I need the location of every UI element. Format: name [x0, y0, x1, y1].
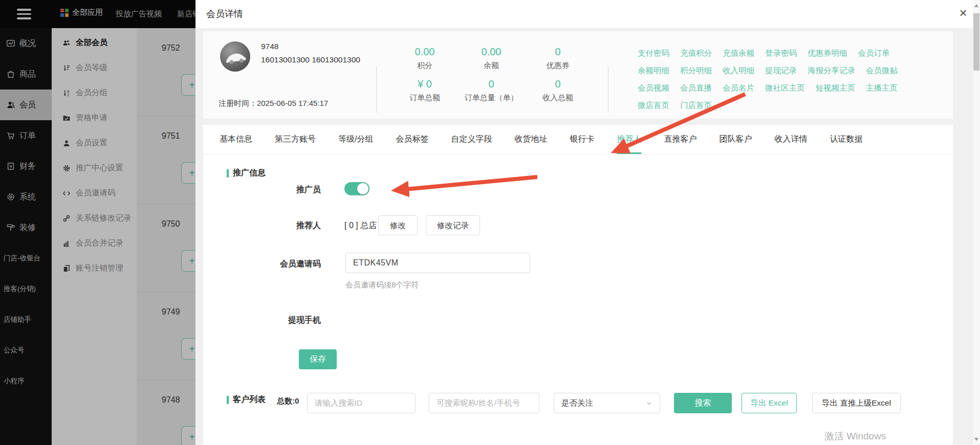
tab-7[interactable]: 推荐人 — [617, 134, 641, 154]
tab-0[interactable]: 基本信息 — [220, 134, 252, 154]
tab-11[interactable]: 认证数据 — [830, 134, 862, 154]
quick-link-0-2[interactable]: 充值余额 — [723, 48, 754, 59]
quick-link-2-0[interactable]: 会员视频 — [638, 83, 669, 94]
modal-overlay[interactable] — [0, 0, 195, 445]
stat-label: 订单总量（单） — [458, 92, 525, 103]
quick-link-1-5[interactable]: 会员微贴 — [866, 65, 898, 76]
scrollbar — [973, 0, 980, 445]
section-accent-bar — [227, 396, 229, 404]
referrer-label: 推荐人 — [203, 220, 321, 231]
quick-link-3-0[interactable]: 微店首页 — [638, 100, 669, 111]
quick-link-3-1[interactable]: 门店首页 — [680, 100, 712, 111]
clients-section-title: 客户列表 — [227, 394, 266, 405]
stat-value: 0 — [525, 46, 591, 58]
stat-value: 0 — [458, 78, 525, 90]
quick-links-row-2: 会员视频会员直播会员名片微社区主页短视频主页主播主页 — [638, 79, 898, 97]
quick-link-1-3[interactable]: 提现记录 — [765, 65, 797, 76]
stat-label: 优惠券 — [525, 60, 591, 71]
member-summary-card: 9748 16013001300 16013001300 注册时间：2025-0… — [203, 31, 953, 119]
quick-link-0-4[interactable]: 优惠券明细 — [808, 48, 847, 59]
modify-log-button[interactable]: 修改记录 — [426, 215, 480, 235]
follow-filter-select[interactable]: 是否关注 — [554, 393, 660, 413]
promoter-toggle[interactable] — [344, 182, 369, 195]
stat-col-1: 0.00余额0订单总量（单） — [458, 46, 525, 110]
search-id-input[interactable] — [307, 393, 416, 413]
stat-label: 余额 — [458, 60, 525, 71]
avatar — [220, 41, 250, 72]
tab-9[interactable]: 团队客户 — [719, 134, 752, 154]
stat-value: 0 — [525, 78, 591, 90]
register-time-label: 注册时间： — [219, 99, 257, 107]
divider — [376, 66, 377, 113]
quick-link-2-4[interactable]: 短视频主页 — [816, 83, 856, 94]
windows-activation-watermark: 激活 Windows — [824, 430, 886, 443]
clients-total: 总数:0 — [277, 396, 299, 406]
stat-label: 积分 — [391, 60, 458, 71]
scrollbar-down-arrow-icon[interactable] — [974, 438, 978, 441]
scrollbar-thumb[interactable] — [973, 13, 979, 71]
member-phone: 16013001300 16013001300 — [261, 55, 360, 64]
quick-link-1-1[interactable]: 积分明细 — [680, 65, 712, 76]
modify-button[interactable]: 修改 — [378, 215, 418, 235]
quick-link-0-0[interactable]: 支付密码 — [638, 48, 669, 59]
stat-col-0: 0.00积分¥ 0订单总额 — [391, 46, 458, 110]
quick-link-0-5[interactable]: 会员订单 — [858, 48, 890, 59]
close-icon[interactable]: × — [954, 4, 972, 21]
member-detail-card: 基本信息第三方账号等级/分组会员标签自定义字段收货地址银行卡推荐人直推客户团队客… — [203, 125, 953, 445]
drawer-title: 会员详情 — [206, 8, 243, 20]
quick-links-row-0: 支付密码充值积分充值余额登录密码优惠券明细会员订单 — [638, 44, 898, 62]
quick-link-2-2[interactable]: 会员名片 — [723, 83, 754, 94]
referrer-value: [ 0 ] 总店 — [344, 220, 377, 231]
stat-value: 0.00 — [458, 46, 525, 58]
page: 全部应用 投放广告视频新店铺 概况商品会员订单¥财务系统装修门店-收银台推客(分… — [0, 0, 980, 445]
tab-1[interactable]: 第三方账号 — [275, 134, 316, 154]
tab-10[interactable]: 收入详情 — [774, 134, 807, 154]
tab-8[interactable]: 直推客户 — [664, 134, 696, 154]
stat-value: 0.00 — [391, 46, 458, 58]
follow-filter-value: 是否关注 — [561, 398, 593, 409]
detail-tabs: 基本信息第三方账号等级/分组会员标签自定义字段收货地址银行卡推荐人直推客户团队客… — [203, 134, 953, 154]
quick-link-1-0[interactable]: 余额明细 — [638, 65, 669, 76]
quick-links-row-1: 余额明细积分明细收入明细提现记录海报分享记录会员微贴 — [638, 62, 898, 79]
quick-links-row-3: 微店首页门店首页 — [638, 97, 898, 114]
quick-links: 支付密码充值积分充值余额登录密码优惠券明细会员订单余额明细积分明细收入明细提现记… — [638, 44, 898, 114]
register-time-value: 2025-06-05 17:45:17 — [257, 99, 328, 107]
withdraw-phone-label: 提现手机 — [203, 315, 321, 326]
promoter-label: 推广员 — [203, 185, 321, 195]
quick-link-2-1[interactable]: 会员直播 — [680, 83, 712, 94]
chevron-down-icon — [646, 400, 652, 407]
tab-4[interactable]: 自定义字段 — [451, 134, 492, 154]
quick-link-0-3[interactable]: 登录密码 — [765, 48, 797, 59]
quick-link-1-4[interactable]: 海报分享记录 — [808, 65, 855, 76]
clients-section-label: 客户列表 — [233, 394, 266, 405]
save-button[interactable]: 保存 — [299, 349, 337, 369]
tab-3[interactable]: 会员标签 — [396, 134, 428, 154]
export-excel-button[interactable]: 导出 Excel — [742, 393, 797, 413]
scrollbar-up-arrow-icon[interactable] — [974, 4, 978, 7]
invite-code-hint: 会员邀请码须8个字符 — [345, 280, 419, 290]
quick-link-2-3[interactable]: 微社区主页 — [765, 83, 805, 94]
tab-2[interactable]: 等级/分组 — [338, 134, 373, 154]
section-accent-bar — [227, 169, 229, 177]
stat-value: ¥ 0 — [391, 78, 458, 90]
quick-link-2-5[interactable]: 主播主页 — [866, 83, 898, 94]
promo-section-title: 推广信息 — [227, 168, 266, 179]
invite-code-label: 会员邀请码 — [203, 259, 321, 270]
stat-col-2: 0优惠券0收入总额 — [525, 46, 591, 110]
search-button[interactable]: 搜索 — [674, 393, 732, 413]
quick-link-0-1[interactable]: 充值积分 — [680, 48, 712, 59]
search-name-input[interactable] — [429, 393, 539, 413]
stat-label: 订单总额 — [391, 92, 458, 103]
member-id: 9748 — [261, 42, 278, 51]
invite-code-input[interactable] — [345, 253, 530, 273]
stat-label: 收入总额 — [525, 92, 591, 103]
member-stats: 0.00积分¥ 0订单总额0.00余额0订单总量（单）0优惠券0收入总额 — [391, 46, 591, 110]
divider — [608, 66, 608, 113]
drawer-header: 会员详情 × — [195, 0, 980, 28]
tab-6[interactable]: 银行卡 — [570, 134, 594, 154]
member-detail-drawer: 会员详情 × 9748 16013001300 16013001300 注册时间… — [195, 0, 980, 445]
export-direct-excel-button[interactable]: 导出 直推上级Excel — [812, 393, 901, 413]
quick-link-1-2[interactable]: 收入明细 — [723, 65, 754, 76]
tab-5[interactable]: 收货地址 — [514, 134, 547, 154]
toggle-knob — [357, 183, 368, 194]
